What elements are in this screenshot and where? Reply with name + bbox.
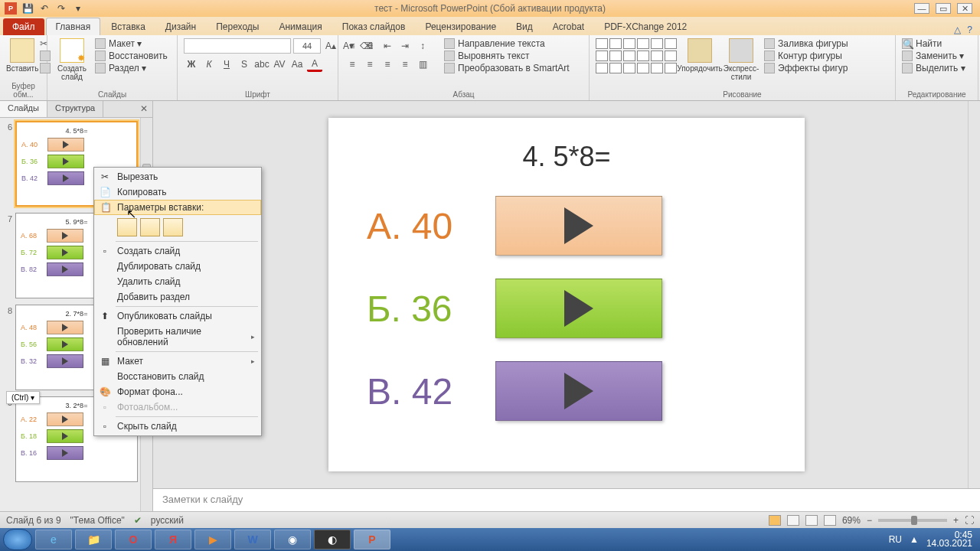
slide-scrollbar[interactable] xyxy=(968,101,980,488)
cm-add-section[interactable]: Добавить раздел xyxy=(94,289,261,305)
save-icon[interactable]: 💾 xyxy=(21,2,34,15)
notes-pane[interactable]: Заметки к слайду xyxy=(153,488,980,511)
shape-outline-button[interactable]: Контур фигуры xyxy=(764,51,848,61)
tray-lang[interactable]: RU xyxy=(889,534,902,545)
quick-styles-button[interactable]: Экспресс-стили xyxy=(723,38,760,81)
paste-button[interactable]: Вставить xyxy=(6,38,38,73)
font-color-icon[interactable]: A xyxy=(307,57,322,72)
ribbon-tab[interactable]: Acrobat xyxy=(544,18,593,35)
paste-options-badge[interactable]: (Ctrl) ▾ xyxy=(6,391,40,404)
sorter-view-icon[interactable] xyxy=(787,515,799,526)
reset-button[interactable]: Восстановить xyxy=(95,51,168,61)
ribbon-tab[interactable]: Главная xyxy=(46,18,101,35)
columns-icon[interactable]: ▥ xyxy=(415,57,430,72)
outdent-icon[interactable]: ⇤ xyxy=(380,38,395,54)
shape-fill-button[interactable]: Заливка фигуры xyxy=(764,38,848,49)
paste-option-3[interactable] xyxy=(163,218,183,236)
cm-cut[interactable]: ✂Вырезать xyxy=(94,169,261,184)
paste-option-2[interactable] xyxy=(140,218,160,236)
normal-view-icon[interactable] xyxy=(769,515,781,526)
cm-reset[interactable]: Восстановить слайд xyxy=(94,369,261,384)
cm-layout[interactable]: ▦Макет▸ xyxy=(94,354,261,369)
taskbar-explorer[interactable]: 📁 xyxy=(75,530,112,549)
strike-icon[interactable]: S xyxy=(237,57,252,72)
spellcheck-icon[interactable]: ✔ xyxy=(134,515,142,526)
cm-hide[interactable]: ▫Скрыть слайд xyxy=(94,419,261,434)
cm-delete[interactable]: Удалить слайд xyxy=(94,274,261,289)
cm-new-slide[interactable]: ▫Создать слайд xyxy=(94,243,261,259)
arrange-button[interactable]: Упорядочить xyxy=(681,38,718,73)
align-left-icon[interactable]: ≡ xyxy=(345,57,360,72)
shapes-gallery[interactable] xyxy=(596,38,677,73)
ribbon-tab[interactable]: Показ слайдов xyxy=(333,18,415,35)
start-button[interactable] xyxy=(3,529,32,550)
numbering-icon[interactable]: ≣ xyxy=(362,38,377,54)
justify-icon[interactable]: ≡ xyxy=(397,57,413,72)
line-spacing-icon[interactable]: ↕ xyxy=(415,38,430,54)
answer-button[interactable] xyxy=(495,361,662,421)
italic-icon[interactable]: К xyxy=(201,57,217,72)
zoom-slider[interactable] xyxy=(878,519,947,522)
section-button[interactable]: Раздел ▾ xyxy=(95,63,168,73)
underline-icon[interactable]: Ч xyxy=(219,57,234,72)
ribbon-tab[interactable]: Вид xyxy=(507,18,542,35)
slideshow-view-icon[interactable] xyxy=(824,515,836,526)
taskbar-ie[interactable]: e xyxy=(35,530,72,549)
slides-tab[interactable]: Слайды xyxy=(0,101,47,117)
smartart-button[interactable]: Преобразовать в SmartArt xyxy=(444,63,570,73)
cm-check-updates[interactable]: Проверить наличие обновлений▸ xyxy=(94,324,261,350)
fit-icon[interactable]: ⛶ xyxy=(965,515,974,526)
cm-publish[interactable]: ⬆Опубликовать слайды xyxy=(94,308,261,324)
cm-duplicate[interactable]: Дублировать слайд xyxy=(94,259,261,274)
taskbar-obs[interactable]: ◐ xyxy=(314,530,351,549)
zoom-level[interactable]: 69% xyxy=(842,515,861,526)
new-slide-button[interactable]: ✸Создать слайд xyxy=(54,38,90,81)
shadow-icon[interactable]: abc xyxy=(254,57,270,72)
answer-button[interactable] xyxy=(495,279,662,338)
zoom-out-icon[interactable]: − xyxy=(867,515,872,526)
cm-copy[interactable]: 📄Копировать xyxy=(94,184,261,200)
language-status[interactable]: русский xyxy=(151,515,184,526)
bold-icon[interactable]: Ж xyxy=(184,57,199,72)
text-direction-button[interactable]: Направление текста xyxy=(444,38,570,49)
reading-view-icon[interactable] xyxy=(805,515,818,526)
select-button[interactable]: Выделить ▾ xyxy=(902,63,965,73)
taskbar-chrome[interactable]: ◉ xyxy=(274,530,311,549)
font-size-combo[interactable] xyxy=(293,38,321,54)
ribbon-minimize-icon[interactable]: △ xyxy=(954,24,961,35)
slide-canvas[interactable]: 4. 5*8= А. 40 Б. 36 В. 42 xyxy=(328,118,805,471)
bullets-icon[interactable]: ≡ xyxy=(345,38,360,54)
find-button[interactable]: 🔍Найти xyxy=(902,38,965,49)
cm-format-bg[interactable]: 🎨Формат фона... xyxy=(94,384,261,399)
panel-close-icon[interactable]: ✕ xyxy=(136,101,152,117)
answer-button[interactable] xyxy=(495,196,662,256)
ribbon-tab[interactable]: PDF-XChange 2012 xyxy=(595,18,696,35)
qat-dropdown-icon[interactable]: ▾ xyxy=(72,2,84,15)
align-text-button[interactable]: Выровнять текст xyxy=(444,51,570,61)
layout-button[interactable]: Макет ▾ xyxy=(95,38,168,49)
undo-icon[interactable]: ↶ xyxy=(38,2,51,15)
outline-tab[interactable]: Структура xyxy=(47,101,103,117)
case-icon[interactable]: Aa xyxy=(289,57,305,72)
paste-option-1[interactable] xyxy=(117,218,137,236)
help-icon[interactable]: ? xyxy=(967,24,972,35)
redo-icon[interactable]: ↷ xyxy=(55,2,67,15)
taskbar-opera[interactable]: O xyxy=(115,530,152,549)
ribbon-tab[interactable]: Дизайн xyxy=(156,18,205,35)
grow-font-icon[interactable]: A▴ xyxy=(323,38,338,54)
align-right-icon[interactable]: ≡ xyxy=(380,57,395,72)
taskbar-yandex[interactable]: Я xyxy=(155,530,191,549)
taskbar-powerpoint[interactable]: P xyxy=(354,530,390,549)
shape-effects-button[interactable]: Эффекты фигур xyxy=(764,63,848,73)
ribbon-tab[interactable]: Вставка xyxy=(102,18,155,35)
minimize-button[interactable]: — xyxy=(914,3,929,14)
ribbon-tab[interactable]: Анимация xyxy=(270,18,331,35)
ribbon-tab[interactable]: Рецензирование xyxy=(416,18,505,35)
app-icon[interactable]: P xyxy=(5,2,17,15)
taskbar-player[interactable]: ▶ xyxy=(194,530,231,549)
file-tab[interactable]: Файл xyxy=(3,18,44,35)
indent-icon[interactable]: ⇥ xyxy=(397,38,413,54)
font-combo[interactable] xyxy=(184,38,291,54)
spacing-icon[interactable]: AV xyxy=(272,57,287,72)
zoom-in-icon[interactable]: + xyxy=(953,515,959,526)
